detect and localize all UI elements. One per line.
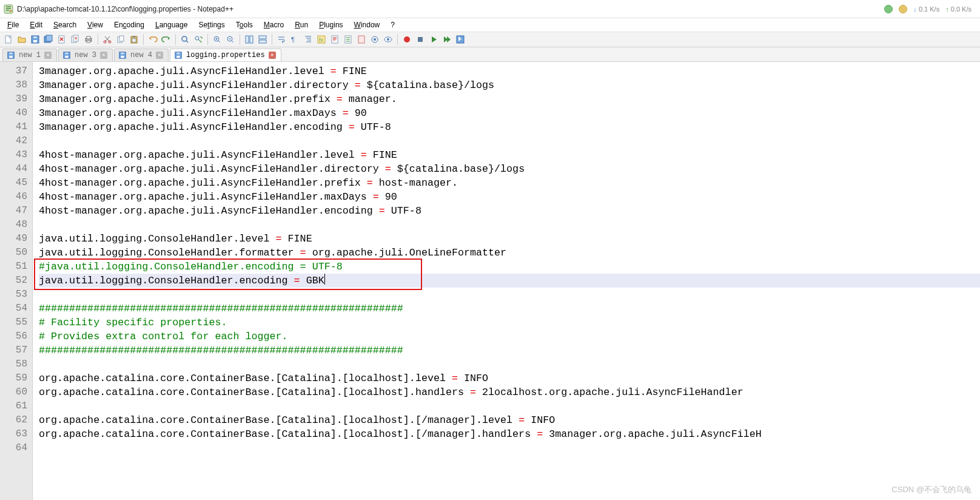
code-line[interactable]: org.apache.catalina.core.ContainerBase.[… <box>39 371 980 385</box>
code-line[interactable]: 4host-manager.org.apache.juli.AsyncFileH… <box>39 204 980 218</box>
menu-language[interactable]: Language <box>150 19 192 30</box>
copy-icon[interactable] <box>115 33 127 46</box>
code-line[interactable] <box>39 218 980 232</box>
doc-list-icon[interactable] <box>342 33 354 46</box>
zoom-in-icon[interactable] <box>211 33 223 46</box>
code-line[interactable]: 3manager.org.apache.juli.AsyncFileHandle… <box>39 64 980 78</box>
editor-tab[interactable]: new 4✕ <box>114 49 169 61</box>
menu-settings[interactable]: Settings <box>193 19 229 30</box>
code-line[interactable]: 3manager.org.apache.juli.AsyncFileHandle… <box>39 106 980 120</box>
code-line[interactable]: org.apache.catalina.core.ContainerBase.[… <box>39 413 980 427</box>
folder-tree-icon[interactable] <box>369 33 381 46</box>
editor-tab[interactable]: logging.properties✕ <box>170 49 281 61</box>
svg-rect-49 <box>121 53 124 55</box>
zoom-out-icon[interactable] <box>224 33 237 46</box>
open-folder-icon[interactable] <box>16 33 28 46</box>
indent-guide-icon[interactable] <box>302 33 314 46</box>
status-dot-amber <box>899 5 907 13</box>
menu-edit[interactable]: Edit <box>25 19 47 30</box>
toolbar-separator <box>98 34 98 45</box>
code-line[interactable] <box>39 357 980 371</box>
close-icon[interactable]: ✕ <box>156 52 163 59</box>
network-speed-indicator: ↓ 0.1 K/s ↑ 0.0 K/s <box>884 5 976 13</box>
code-line[interactable] <box>39 441 980 455</box>
app-icon <box>4 4 13 14</box>
toolbar-separator <box>397 34 398 45</box>
editor-tab-bar: new 1✕new 3✕new 4✕logging.properties✕ <box>0 47 980 62</box>
close-icon[interactable] <box>56 33 68 46</box>
svg-text:¶: ¶ <box>291 36 295 43</box>
code-line[interactable] <box>39 134 980 148</box>
save-all-icon[interactable] <box>42 33 55 46</box>
code-line[interactable]: 3manager.org.apache.juli.AsyncFileHandle… <box>39 78 980 92</box>
svg-rect-19 <box>132 39 136 42</box>
code-line[interactable]: 3manager.org.apache.juli.AsyncFileHandle… <box>39 92 980 106</box>
code-line[interactable]: java.util.logging.ConsoleHandler.formatt… <box>39 246 980 260</box>
menu-view[interactable]: View <box>82 19 108 30</box>
code-line[interactable]: 4host-manager.org.apache.juli.AsyncFileH… <box>39 190 980 204</box>
toolbar-separator <box>207 34 208 45</box>
svg-rect-0 <box>4 5 13 13</box>
code-line[interactable]: # Facility specific properties. <box>39 316 980 329</box>
save-icon[interactable] <box>29 33 41 46</box>
svg-rect-43 <box>9 53 12 55</box>
replace-icon[interactable] <box>192 33 204 46</box>
svg-rect-4 <box>33 36 37 38</box>
lang-udf-icon[interactable]: fx <box>315 33 327 46</box>
code-line[interactable]: ########################################… <box>39 343 980 357</box>
menu-window[interactable]: Window <box>349 19 385 30</box>
show-all-chars-icon[interactable]: ¶ <box>289 33 301 46</box>
stop-macro-icon[interactable] <box>414 33 426 46</box>
menu-encoding[interactable]: Encoding <box>109 19 149 30</box>
code-line[interactable]: 3manager.org.apache.juli.AsyncFileHandle… <box>39 120 980 134</box>
menu-plugins[interactable]: Plugins <box>314 19 347 30</box>
code-line[interactable]: 4host-manager.org.apache.juli.AsyncFileH… <box>39 162 980 176</box>
code-editor[interactable]: 3manager.org.apache.juli.AsyncFileHandle… <box>33 62 980 500</box>
editor-tab[interactable]: new 1✕ <box>2 49 57 61</box>
menu-search[interactable]: Search <box>49 19 81 30</box>
play-multi-icon[interactable] <box>441 33 453 46</box>
func-list-icon[interactable] <box>355 33 368 46</box>
monitor-icon[interactable] <box>382 33 394 46</box>
code-line[interactable]: #java.util.logging.ConsoleHandler.encodi… <box>39 260 980 274</box>
record-macro-icon[interactable] <box>401 33 413 46</box>
code-line[interactable] <box>39 399 980 413</box>
save-icon <box>7 51 15 59</box>
code-line[interactable]: org.apache.catalina.core.ContainerBase.[… <box>39 385 980 399</box>
svg-rect-46 <box>65 53 68 55</box>
menu-help[interactable]: ? <box>386 19 400 30</box>
code-line[interactable]: org.apache.catalina.core.ContainerBase.[… <box>39 427 980 441</box>
close-icon[interactable]: ✕ <box>100 52 107 59</box>
svg-rect-16 <box>119 36 124 41</box>
redo-icon[interactable] <box>160 33 172 46</box>
code-line[interactable]: 4host-manager.org.apache.juli.AsyncFileH… <box>39 176 980 190</box>
doc-map-icon[interactable] <box>329 33 341 46</box>
save-macro-icon[interactable] <box>454 33 466 46</box>
svg-rect-27 <box>259 40 266 43</box>
close-all-icon[interactable] <box>69 33 81 46</box>
play-macro-icon[interactable] <box>428 33 440 46</box>
editor-tab[interactable]: new 3✕ <box>58 49 113 61</box>
menu-run[interactable]: Run <box>290 19 313 30</box>
close-icon[interactable]: ✕ <box>269 52 276 59</box>
print-icon[interactable] <box>82 33 95 46</box>
word-wrap-icon[interactable] <box>275 33 287 46</box>
svg-point-20 <box>182 36 187 41</box>
code-line[interactable]: ########################################… <box>39 302 980 316</box>
paste-icon[interactable] <box>128 33 140 46</box>
menu-tools[interactable]: Tools <box>231 19 258 30</box>
close-icon[interactable]: ✕ <box>44 52 52 59</box>
menu-macro[interactable]: Macro <box>259 19 289 30</box>
code-line[interactable]: 4host-manager.org.apache.juli.AsyncFileH… <box>39 148 980 162</box>
code-line[interactable]: java.util.logging.ConsoleHandler.level =… <box>39 232 980 246</box>
code-line[interactable]: java.util.logging.ConsoleHandler.encodin… <box>39 274 980 288</box>
sync-v-icon[interactable] <box>243 33 255 46</box>
undo-icon[interactable] <box>147 33 159 46</box>
menu-file[interactable]: File <box>2 19 24 30</box>
new-file-icon[interactable] <box>2 33 15 46</box>
find-icon[interactable] <box>179 33 191 46</box>
sync-h-icon[interactable] <box>257 33 269 46</box>
code-line[interactable] <box>39 288 980 302</box>
code-line[interactable]: # Provides extra control for each logger… <box>39 329 980 343</box>
cut-icon[interactable] <box>101 33 113 46</box>
